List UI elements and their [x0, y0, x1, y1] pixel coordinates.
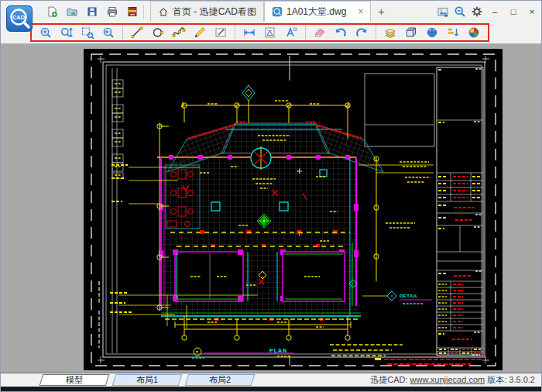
- orbit-3d-button[interactable]: [423, 24, 441, 41]
- undo-button[interactable]: [331, 24, 350, 41]
- svg-text:DETAIL: DETAIL: [400, 294, 418, 298]
- brand-label: 迅捷CAD:: [370, 375, 407, 384]
- line-icon: [130, 26, 144, 40]
- zoom-dynamic-icon: [60, 26, 74, 40]
- dwg-file-icon: [272, 6, 283, 17]
- open-file-icon: [66, 5, 78, 18]
- sheet-tab-model[interactable]: 模型: [41, 374, 108, 386]
- save-button[interactable]: [84, 4, 100, 19]
- sort-order-button[interactable]: [444, 24, 462, 41]
- sheet-tab-model-label: 模型: [66, 375, 83, 384]
- new-tab-button[interactable]: +: [371, 1, 391, 22]
- window-bottom-strip: [1, 387, 541, 392]
- toolbar-separator: [235, 26, 235, 40]
- draw-freehand-tool-button[interactable]: [190, 24, 209, 41]
- pencil-icon: [193, 26, 207, 40]
- toolbar-separator: [376, 26, 376, 40]
- sheet-tabs: 模型 布局1 布局2: [41, 374, 253, 386]
- undo-icon: [334, 26, 348, 40]
- toolbar: [1, 22, 541, 44]
- tab-document[interactable]: 1A01大堂.dwg ×: [264, 1, 371, 22]
- zoom-previous-tool-button[interactable]: [99, 24, 118, 41]
- app-window: CAD: [0, 0, 542, 392]
- draw-spline-tool-button[interactable]: [170, 24, 188, 41]
- titlebar-right-controls: – □ ×: [434, 2, 541, 21]
- cad-logo-icon: CAD: [6, 5, 33, 32]
- color-wheel-icon: [467, 26, 481, 40]
- tab-home[interactable]: 首页 - 迅捷CAD看图: [150, 1, 264, 22]
- circle-icon: [151, 26, 165, 40]
- screenshot-icon: [437, 5, 449, 18]
- draw-line-tool-button[interactable]: [128, 24, 146, 41]
- layers-button[interactable]: [381, 24, 400, 41]
- home-icon: [158, 6, 169, 17]
- titlebar-separator: [143, 5, 144, 19]
- measure-length-icon: [242, 26, 256, 40]
- new-file-icon: [46, 5, 58, 18]
- open-file-button[interactable]: [64, 4, 80, 19]
- canvas-area: PLAN DETAIL: [1, 44, 541, 373]
- redo-button[interactable]: [352, 24, 371, 41]
- pan-icon: [39, 26, 53, 40]
- toolbar-separator: [305, 26, 306, 40]
- stamp-tool-button[interactable]: [211, 24, 230, 41]
- close-button[interactable]: ×: [523, 2, 541, 21]
- print-button[interactable]: [105, 4, 120, 19]
- svg-text:CAD: CAD: [12, 14, 26, 21]
- cad-drawing-viewport[interactable]: PLAN DETAIL: [84, 49, 503, 370]
- website-link[interactable]: www.xunjiecad.com: [410, 375, 485, 384]
- app-logo[interactable]: CAD: [6, 5, 33, 32]
- measure-area-tool-button[interactable]: [261, 24, 280, 41]
- export-icon: [126, 5, 139, 18]
- sheet-tab-layout2[interactable]: 布局2: [187, 374, 253, 386]
- sheet-tab-layout1[interactable]: 布局1: [114, 374, 180, 386]
- new-file-button[interactable]: [44, 4, 60, 19]
- draw-circle-tool-button[interactable]: [149, 24, 167, 41]
- tab-document-label: 1A01大堂.dwg: [286, 5, 346, 19]
- document-tabs: 首页 - 迅捷CAD看图 1A01大堂.dwg × +: [150, 1, 391, 22]
- zoom-previous-icon: [101, 26, 115, 40]
- sheet-tab-layout2-label: 布局2: [209, 375, 231, 384]
- zoom-out-button[interactable]: [451, 3, 468, 20]
- zoom-window-tool-button[interactable]: [78, 24, 97, 41]
- svg-text:PLAN: PLAN: [269, 348, 287, 353]
- text-icon: [284, 26, 298, 40]
- eraser-icon: [313, 26, 327, 40]
- sheet-tab-bar: 模型 布局1 布局2 迅捷CAD: www.xunjiecad.com 版本: …: [1, 373, 541, 387]
- pan-tool-button[interactable]: [36, 24, 55, 41]
- zoom-dynamic-tool-button[interactable]: [57, 24, 76, 41]
- status-bar: 迅捷CAD: www.xunjiecad.com 版本: 3.5.0.2: [370, 374, 535, 386]
- tab-home-label: 首页 - 迅捷CAD看图: [173, 5, 256, 19]
- measure-area-icon: [263, 26, 277, 40]
- maximize-button[interactable]: □: [504, 2, 523, 21]
- export-button[interactable]: [125, 4, 140, 19]
- minimize-button[interactable]: –: [485, 2, 504, 21]
- titlebar: 首页 - 迅捷CAD看图 1A01大堂.dwg × +: [1, 1, 541, 22]
- gear-icon: [471, 5, 483, 18]
- screenshot-button[interactable]: [434, 3, 451, 20]
- toolbar-separator: [122, 26, 123, 40]
- quick-access-toolbar: [44, 4, 140, 19]
- background-color-button[interactable]: [465, 24, 483, 41]
- eraser-tool-button[interactable]: [310, 24, 329, 41]
- print-icon: [106, 5, 118, 18]
- save-icon: [86, 5, 98, 18]
- version-label: 版本: 3.5.0.2: [487, 375, 535, 384]
- layers-icon: [383, 26, 397, 40]
- sort-order-icon: [446, 26, 460, 40]
- tab-close-icon[interactable]: ×: [358, 6, 363, 17]
- zoom-window-icon: [81, 26, 94, 40]
- measure-length-tool-button[interactable]: [240, 24, 259, 41]
- tool-strip-highlighted: [30, 23, 489, 42]
- view-3d-button[interactable]: [402, 24, 420, 41]
- magnifier-minus-icon: [454, 5, 466, 18]
- stamp-icon: [214, 26, 228, 40]
- cube-icon: [404, 26, 418, 40]
- sheet-tab-layout1-label: 布局1: [136, 375, 158, 384]
- settings-button[interactable]: [468, 3, 485, 20]
- spline-icon: [172, 26, 186, 40]
- redo-icon: [355, 26, 369, 40]
- orbit-3d-icon: [425, 26, 439, 40]
- text-annotation-tool-button[interactable]: [282, 24, 300, 41]
